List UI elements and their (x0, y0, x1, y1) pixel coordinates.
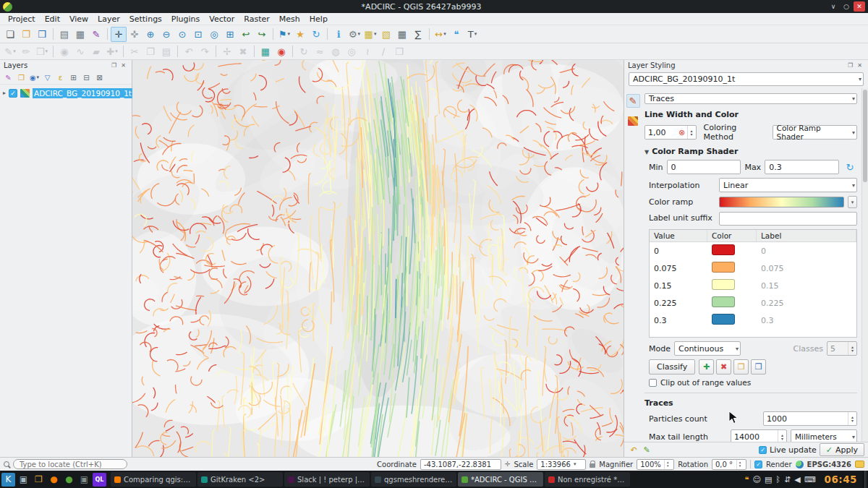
kde-menu-icon[interactable]: K (1, 473, 15, 487)
task-firefox[interactable]: Comparing qgis:mast... (111, 472, 196, 487)
coloring-method-selector[interactable]: Color Ramp Shader (773, 125, 857, 140)
map-tips-icon[interactable]: ❝ (448, 27, 464, 42)
save-ramp-icon[interactable]: ❒ (751, 359, 766, 374)
statistical-summary-icon[interactable]: ∑ (410, 27, 426, 42)
scale-selector[interactable]: 1:33966 (537, 459, 586, 470)
label-unit-suffix-input[interactable] (719, 212, 857, 226)
task-konsole[interactable]: qgsmeshrenderersetti... (371, 472, 456, 487)
style-history-icon[interactable]: ↶ (628, 444, 639, 455)
menu-project[interactable]: Project (4, 14, 40, 25)
bluetooth-icon[interactable]: ᛒ (775, 475, 780, 484)
window-close-icon[interactable]: ✕ (854, 1, 865, 12)
new-print-layout-icon[interactable]: ▤ (56, 27, 72, 42)
layer-tree-item[interactable]: ▸ ADCIRC_BG_20190910_1t (3, 87, 132, 99)
new-project-icon[interactable]: ❏ (2, 27, 18, 42)
load-ramp-icon[interactable]: ❐ (733, 359, 749, 374)
virtual-desktop-icon[interactable]: ▣ (17, 473, 30, 487)
panel-float-icon[interactable]: ❐ (846, 61, 855, 70)
panel-close-icon[interactable]: ✕ (855, 61, 864, 70)
max-input[interactable]: 0.3 (765, 160, 839, 174)
expander-icon[interactable]: ▸ (3, 90, 6, 96)
zoom-last-icon[interactable]: ↩ (238, 27, 254, 42)
spin-arrows-icon[interactable] (848, 342, 856, 355)
menu-view[interactable]: View (65, 14, 93, 25)
spin-arrows-icon[interactable] (664, 460, 671, 469)
emoji-icon[interactable]: ☺ (752, 475, 760, 484)
run-feature-action-icon[interactable]: ⚙▾ (346, 27, 362, 42)
lock-scale-icon[interactable] (590, 463, 595, 468)
magnifier-spinbox[interactable]: 100% (637, 459, 674, 470)
show-bookmarks-icon[interactable]: ★ (292, 27, 308, 42)
mesh-settings-tab-icon[interactable] (626, 114, 640, 128)
min-input[interactable]: 0 (667, 160, 741, 174)
styling-layer-selector[interactable]: ADCIRC_BG_20190910_1t (629, 72, 864, 86)
remove-layer-icon[interactable]: ⊠ (93, 72, 106, 83)
add-class-icon[interactable]: ✚ (699, 359, 714, 374)
max-tail-length-input[interactable]: 14000 (731, 429, 787, 442)
zoom-to-layer-icon[interactable]: ⊞ (222, 27, 238, 42)
layout-manager-icon[interactable]: ▦ (72, 27, 88, 42)
scrollbar-thumb[interactable] (863, 90, 867, 182)
window-shade-icon[interactable]: ∨ (827, 1, 839, 12)
text-annotation-icon[interactable]: T▾ (464, 27, 480, 42)
ramp-table-row[interactable]: 0.2250.225 (650, 294, 856, 312)
zoom-in-icon[interactable]: ⊕ (142, 27, 158, 42)
zoom-to-selection-icon[interactable]: ◎ (206, 27, 222, 42)
fill-ring-icon[interactable]: ◎ (344, 44, 359, 59)
save-project-icon[interactable]: ❒ (34, 27, 50, 42)
deselect-features-icon[interactable]: ▧ (378, 27, 394, 42)
particles-count-input[interactable]: 1000 (763, 411, 857, 426)
current-edits-icon[interactable]: ✎▾ (2, 44, 18, 59)
menu-layer[interactable]: Layer (93, 14, 124, 25)
clip-checkbox[interactable] (649, 379, 657, 387)
filter-legend-icon[interactable]: ▽ (41, 72, 54, 83)
ramp-table-row[interactable]: 0.0750.075 (650, 260, 856, 277)
rotate-feature-icon[interactable]: ↻ (296, 44, 312, 59)
vertex-tool-icon[interactable]: ✚▾ (104, 44, 120, 59)
delete-selected-icon[interactable]: ✖ (235, 44, 251, 59)
live-update-checkbox[interactable] (759, 446, 767, 454)
menu-plugins[interactable]: Plugins (167, 14, 204, 25)
color-swatch[interactable] (712, 314, 735, 325)
mesh-digitizing-icon[interactable]: ▦ (258, 44, 273, 59)
digitize-polygon-icon[interactable]: ▰ (88, 44, 104, 59)
render-checkbox[interactable] (754, 461, 762, 468)
paste-features-icon[interactable]: ▤ (158, 44, 174, 59)
keyboard-icon[interactable]: ⌨ (804, 475, 816, 484)
new-bookmark-icon[interactable]: ⚑▾ (276, 27, 292, 42)
move-feature-icon[interactable]: ✢ (219, 44, 235, 59)
cut-features-icon[interactable]: ✂ (127, 44, 142, 59)
classify-button[interactable]: Classify (649, 359, 695, 374)
show-desktop-button[interactable] (863, 471, 867, 488)
spin-arrows-icon[interactable] (736, 460, 743, 469)
remove-class-icon[interactable]: ✖ (716, 359, 731, 374)
spin-arrows-icon[interactable] (778, 430, 786, 442)
terminal-icon[interactable]: ▣ (77, 473, 91, 487)
open-attribute-table-icon[interactable]: ▦ (394, 27, 410, 42)
color-ramp-shader-section-title[interactable]: Color Ramp Shader (644, 147, 857, 156)
refresh-map-icon[interactable]: ↻ (308, 27, 324, 42)
menu-vector[interactable]: Vector (205, 14, 239, 25)
filter-expression-icon[interactable]: ε (54, 72, 67, 83)
menu-help[interactable]: Help (305, 14, 332, 25)
layer-name[interactable]: ADCIRC_BG_20190910_1t (33, 88, 135, 98)
spin-arrows-icon[interactable] (687, 126, 696, 139)
color-swatch[interactable] (712, 262, 735, 273)
digitize-point-icon[interactable]: ◉ (56, 44, 72, 59)
style-edit-icon[interactable]: ✎ (641, 444, 652, 455)
merge-features-icon[interactable]: ❒ (391, 44, 407, 59)
rotation-spinbox[interactable]: 0,0 ° (712, 459, 746, 470)
open-project-icon[interactable]: ❐ (18, 27, 34, 42)
mesh-transform-icon[interactable]: ◉ (273, 44, 289, 59)
expand-all-icon[interactable]: ⊞ (67, 72, 80, 83)
mode-selector[interactable]: Continuous (674, 341, 741, 356)
ql-icon[interactable]: QL (93, 473, 106, 487)
spin-arrows-icon[interactable] (848, 412, 856, 425)
zoom-next-icon[interactable]: ↪ (254, 27, 270, 42)
task-slack[interactable]: Slack | ! peterp | Lutr... (284, 472, 370, 487)
color-swatch[interactable] (712, 279, 735, 290)
qgis-launcher-icon[interactable]: ● (62, 473, 76, 487)
simplify-feature-icon[interactable]: ≈ (312, 44, 328, 59)
reload-min-max-icon[interactable] (843, 160, 857, 174)
color-ramp-dropdown-icon[interactable]: ▾ (848, 196, 857, 208)
